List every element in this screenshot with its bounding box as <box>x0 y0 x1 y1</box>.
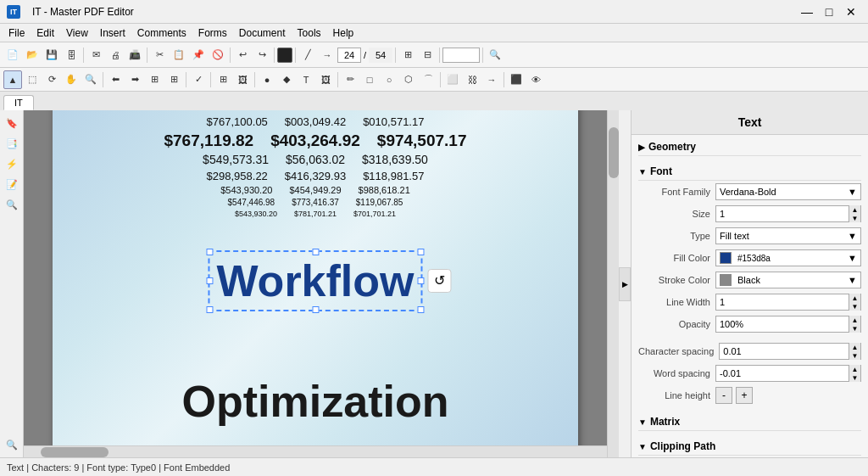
line-btn[interactable]: ╱ <box>298 46 317 64</box>
menu-insert[interactable]: Insert <box>95 25 131 41</box>
rect-btn[interactable]: □ <box>360 70 379 89</box>
scan-btn[interactable]: 📠 <box>125 46 144 64</box>
menu-help[interactable]: Help <box>328 25 359 41</box>
menu-tools[interactable]: Tools <box>292 25 326 41</box>
pointer-tool[interactable]: ▲ <box>3 70 22 89</box>
fill-color-select[interactable]: #153d8a ▼ <box>715 249 861 266</box>
horizontal-scroll-thumb[interactable] <box>41 447 108 457</box>
type-select[interactable]: Fill text ▼ <box>715 227 861 244</box>
menu-edit[interactable]: Edit <box>31 25 59 41</box>
rotate-handle[interactable]: ↺ <box>428 269 452 293</box>
zoom-fit-btn[interactable]: ⊞ <box>398 46 417 64</box>
zoom-fit-width-btn[interactable]: ⊟ <box>418 46 437 64</box>
char-spacing-up-btn[interactable]: ▲ <box>849 343 860 351</box>
eraser-btn[interactable]: ⬛ <box>507 70 526 89</box>
print-btn[interactable]: 🖨 <box>106 46 125 64</box>
vertical-scrollbar[interactable] <box>607 110 619 457</box>
workflow-textbox[interactable]: ↺ Workflow <box>208 250 422 311</box>
sidebar-btn-2[interactable]: 📑 <box>3 134 21 153</box>
cut-btn[interactable]: ✂ <box>150 46 169 64</box>
line-width-input[interactable] <box>337 48 361 63</box>
poly-btn[interactable]: ⬡ <box>399 70 418 89</box>
redo-btn[interactable]: ↪ <box>253 46 271 64</box>
line-width-up-btn[interactable]: ▲ <box>849 294 860 302</box>
menu-document[interactable]: Document <box>234 25 291 41</box>
stroke-color-select[interactable]: Black ▼ <box>715 272 861 288</box>
open-btn[interactable]: 📂 <box>23 46 42 64</box>
save-btn[interactable]: 💾 <box>42 46 61 64</box>
close-button[interactable]: ✕ <box>841 3 861 20</box>
geometry-toggle[interactable]: ▶ Geometry <box>638 138 861 156</box>
handle-br[interactable] <box>418 306 425 313</box>
line-width-spin[interactable]: 1 ▲ ▼ <box>715 294 861 311</box>
circle-btn[interactable]: ● <box>258 70 276 89</box>
font-toggle[interactable]: ▼ Font <box>638 163 861 181</box>
undo-btn[interactable]: ↩ <box>233 46 252 64</box>
maximize-button[interactable]: □ <box>819 3 839 20</box>
clipping-toggle[interactable]: ▼ Clipping Path <box>638 438 861 456</box>
size-down-btn[interactable]: ▼ <box>849 214 860 222</box>
sidebar-btn-6[interactable]: 🔍 <box>3 435 21 454</box>
zoom-out-btn[interactable]: 🔍 <box>486 46 504 64</box>
arrow2-btn[interactable]: → <box>482 70 501 89</box>
text-btn[interactable]: T <box>297 70 315 89</box>
clip-btn[interactable]: ⬜ <box>443 70 462 89</box>
handle-tr[interactable] <box>418 249 425 255</box>
sidebar-btn-3[interactable]: ⚡ <box>3 154 21 173</box>
opacity-spin[interactable]: 100% ▲ ▼ <box>715 316 861 333</box>
copy-btn[interactable]: 📋 <box>170 46 188 64</box>
horizontal-scrollbar[interactable] <box>24 445 607 457</box>
arrow-btn[interactable]: → <box>318 46 337 64</box>
select-tool[interactable]: ⬚ <box>23 70 42 89</box>
line-width-down-btn[interactable]: ▼ <box>849 302 860 311</box>
handle-mr[interactable] <box>418 277 425 284</box>
chain-btn[interactable]: ⛓ <box>463 70 481 89</box>
new-btn[interactable]: 📄 <box>3 46 22 64</box>
pen-btn[interactable]: ✏ <box>341 70 359 89</box>
menu-comments[interactable]: Comments <box>132 25 192 41</box>
diamond-btn[interactable]: ◆ <box>277 70 296 89</box>
handle-bm[interactable] <box>312 306 319 313</box>
line-height-minus-btn[interactable]: - <box>715 387 732 404</box>
word-spacing-down-btn[interactable]: ▼ <box>849 373 860 382</box>
zoom-tool[interactable]: 🔍 <box>81 70 100 89</box>
back-btn[interactable]: ⬅ <box>106 70 125 89</box>
menu-forms[interactable]: Forms <box>193 25 232 41</box>
font-family-select[interactable]: Verdana-Bold ▼ <box>715 183 861 200</box>
zoom-input[interactable]: 100% <box>442 48 480 63</box>
word-spacing-up-btn[interactable]: ▲ <box>849 365 860 373</box>
hand-tool[interactable]: ✋ <box>62 70 81 89</box>
sidebar-btn-4[interactable]: 📝 <box>3 175 21 193</box>
menu-file[interactable]: File <box>3 25 30 41</box>
sidebar-btn-1[interactable]: 🔖 <box>3 114 21 132</box>
handle-bl[interactable] <box>206 306 213 313</box>
handle-tl[interactable] <box>206 249 213 255</box>
word-spacing-spin[interactable]: -0.01 ▲ ▼ <box>715 365 861 382</box>
snap-btn[interactable]: ⊞ <box>164 70 183 89</box>
save-as-btn[interactable]: 🗄 <box>62 46 81 64</box>
table-btn[interactable]: ⊞ <box>214 70 232 89</box>
ocr-btn[interactable]: 👁 <box>526 70 545 89</box>
opacity-up-btn[interactable]: ▲ <box>849 316 860 324</box>
img-btn[interactable]: 🖼 <box>233 70 252 89</box>
char-spacing-down-btn[interactable]: ▼ <box>849 351 860 360</box>
tab-it[interactable]: IT <box>3 95 34 110</box>
content-btn[interactable]: ⊞ <box>145 70 164 89</box>
rotate-tool[interactable]: ⟳ <box>42 70 61 89</box>
delete-btn[interactable]: 🚫 <box>209 46 227 64</box>
email-btn[interactable]: ✉ <box>86 46 105 64</box>
panel-collapse-btn[interactable]: ▶ <box>619 267 631 301</box>
line-height-plus-btn[interactable]: + <box>736 387 753 404</box>
oval-btn[interactable]: ○ <box>380 70 398 89</box>
size-up-btn[interactable]: ▲ <box>849 205 860 214</box>
vertical-scroll-thumb[interactable] <box>609 127 619 178</box>
path-btn[interactable]: ⌒ <box>419 70 437 89</box>
char-spacing-spin[interactable]: 0.01 ▲ ▼ <box>719 343 861 360</box>
fwd-btn[interactable]: ➡ <box>125 70 144 89</box>
handle-tm[interactable] <box>312 249 319 255</box>
color-fill-btn[interactable] <box>277 48 292 63</box>
minimize-button[interactable]: — <box>797 3 817 20</box>
sidebar-btn-5[interactable]: 🔍 <box>3 195 21 214</box>
tick-btn[interactable]: ✓ <box>189 70 208 89</box>
opacity-down-btn[interactable]: ▼ <box>849 324 860 333</box>
